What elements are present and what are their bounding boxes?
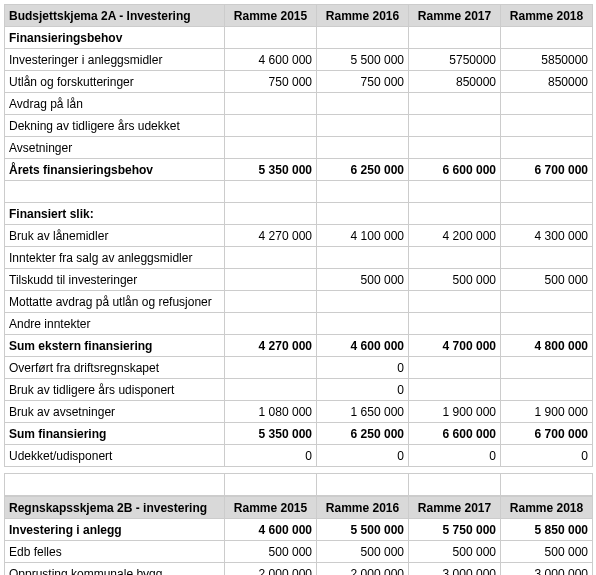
row-label: Finansieringsbehov	[5, 27, 225, 49]
table-title: Regnskapsskjema 2B - investering	[5, 497, 225, 519]
row-value: 4 200 000	[409, 225, 501, 247]
budget-table-2a: Budsjettskjema 2A - Investering Ramme 20…	[4, 4, 593, 467]
row-label: Udekket/udisponert	[5, 445, 225, 467]
row-value: 4 100 000	[317, 225, 409, 247]
row-value	[409, 291, 501, 313]
row-value: 500 000	[409, 269, 501, 291]
row-value: 0	[409, 445, 501, 467]
row-value: 1 900 000	[409, 401, 501, 423]
row-value: 0	[317, 357, 409, 379]
row-value	[501, 181, 593, 203]
row-value: 4 700 000	[409, 335, 501, 357]
row-value	[225, 313, 317, 335]
row-value: 500 000	[225, 541, 317, 563]
table-row: Sum finansiering5 350 0006 250 0006 600 …	[5, 423, 593, 445]
row-value	[501, 93, 593, 115]
row-value	[501, 203, 593, 225]
row-value: 6 700 000	[501, 159, 593, 181]
row-value	[409, 115, 501, 137]
row-value	[501, 27, 593, 49]
row-value	[225, 27, 317, 49]
row-value: 4 800 000	[501, 335, 593, 357]
row-value: 4 600 000	[317, 335, 409, 357]
row-value: 5850000	[501, 49, 593, 71]
table-title: Budsjettskjema 2A - Investering	[5, 5, 225, 27]
col-header: Ramme 2017	[409, 5, 501, 27]
row-value: 4 300 000	[501, 225, 593, 247]
row-label: Avdrag på lån	[5, 93, 225, 115]
row-value: 500 000	[317, 269, 409, 291]
row-value	[225, 247, 317, 269]
table-row: Årets finansieringsbehov5 350 0006 250 0…	[5, 159, 593, 181]
row-value	[317, 203, 409, 225]
row-value: 5 350 000	[225, 159, 317, 181]
row-value: 5 500 000	[317, 49, 409, 71]
row-value: 0	[317, 445, 409, 467]
row-value: 850000	[501, 71, 593, 93]
row-value	[501, 137, 593, 159]
row-label: Mottatte avdrag på utlån og refusjoner	[5, 291, 225, 313]
table-row: Investering i anlegg4 600 0005 500 0005 …	[5, 519, 593, 541]
row-label: Bruk av tidligere års udisponert	[5, 379, 225, 401]
row-value	[317, 137, 409, 159]
row-label: Dekning av tidligere års udekket	[5, 115, 225, 137]
col-header: Ramme 2015	[225, 5, 317, 27]
row-label: Overført fra driftsregnskapet	[5, 357, 225, 379]
row-value	[225, 357, 317, 379]
row-label: Avsetninger	[5, 137, 225, 159]
row-value: 6 700 000	[501, 423, 593, 445]
row-value: 500 000	[501, 269, 593, 291]
table-row	[5, 181, 593, 203]
row-value: 5750000	[409, 49, 501, 71]
table-row: Dekning av tidligere års udekket	[5, 115, 593, 137]
row-label: Investeringer i anleggsmidler	[5, 49, 225, 71]
row-value	[409, 27, 501, 49]
table-row: Finansiert slik:	[5, 203, 593, 225]
col-header: Ramme 2018	[501, 5, 593, 27]
row-value	[317, 291, 409, 313]
row-value	[225, 137, 317, 159]
row-label	[5, 181, 225, 203]
table-row: Mottatte avdrag på utlån og refusjoner	[5, 291, 593, 313]
row-label: Sum finansiering	[5, 423, 225, 445]
row-value: 5 500 000	[317, 519, 409, 541]
row-value: 0	[501, 445, 593, 467]
row-value	[317, 93, 409, 115]
row-value	[317, 115, 409, 137]
table-row: Bruk av tidligere års udisponert0	[5, 379, 593, 401]
row-value: 2 000 000	[317, 563, 409, 576]
table-row: Inntekter fra salg av anleggsmidler	[5, 247, 593, 269]
row-label: Tilskudd til investeringer	[5, 269, 225, 291]
row-label: Opprusting kommunale bygg	[5, 563, 225, 576]
table-header-row: Regnskapsskjema 2B - investering Ramme 2…	[5, 497, 593, 519]
row-value	[317, 247, 409, 269]
table-row: Bruk av avsetninger1 080 0001 650 0001 9…	[5, 401, 593, 423]
row-label: Inntekter fra salg av anleggsmidler	[5, 247, 225, 269]
row-label: Bruk av avsetninger	[5, 401, 225, 423]
table-row: Investeringer i anleggsmidler4 600 0005 …	[5, 49, 593, 71]
row-value	[225, 115, 317, 137]
row-value: 3 000 000	[409, 563, 501, 576]
row-value	[317, 313, 409, 335]
row-value: 5 750 000	[409, 519, 501, 541]
row-value: 500 000	[409, 541, 501, 563]
col-header: Ramme 2017	[409, 497, 501, 519]
row-value	[409, 357, 501, 379]
row-value	[225, 269, 317, 291]
col-header: Ramme 2016	[317, 5, 409, 27]
row-value	[409, 137, 501, 159]
row-label: Andre inntekter	[5, 313, 225, 335]
row-value	[501, 379, 593, 401]
table-row: Opprusting kommunale bygg2 000 0002 000 …	[5, 563, 593, 576]
table-row: Utlån og forskutteringer750 000750 00085…	[5, 71, 593, 93]
table-row: Avdrag på lån	[5, 93, 593, 115]
row-label: Årets finansieringsbehov	[5, 159, 225, 181]
table-row: Tilskudd til investeringer500 000500 000…	[5, 269, 593, 291]
row-value	[225, 93, 317, 115]
row-value: 6 600 000	[409, 423, 501, 445]
row-value	[317, 27, 409, 49]
row-value: 1 650 000	[317, 401, 409, 423]
row-value: 850000	[409, 71, 501, 93]
row-value: 500 000	[501, 541, 593, 563]
row-value: 6 250 000	[317, 423, 409, 445]
